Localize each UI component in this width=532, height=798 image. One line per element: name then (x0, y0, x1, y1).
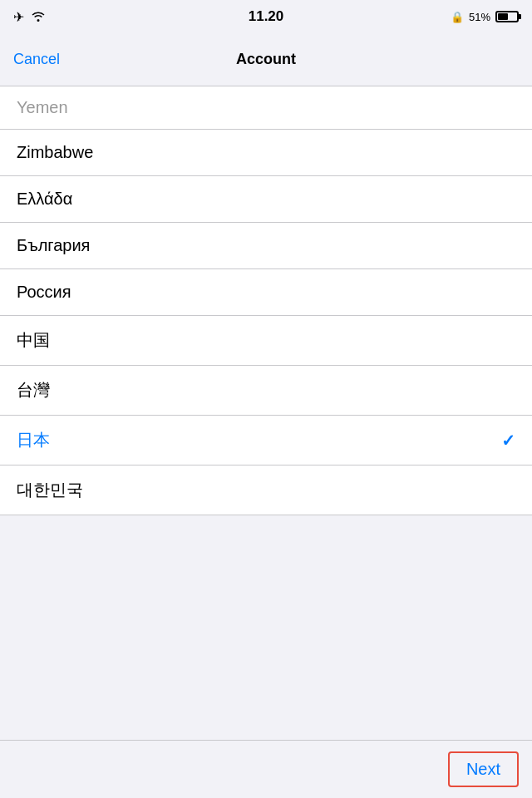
country-label-china: 中国 (17, 329, 50, 352)
status-right-icons: 🔒 51% (451, 11, 519, 23)
cancel-button[interactable]: Cancel (13, 51, 60, 68)
country-label-japan: 日本 (17, 429, 50, 451)
country-label-korea: 대한민국 (17, 479, 83, 501)
list-item-japan[interactable]: 日本 ✓ (0, 416, 532, 466)
partial-item-label: Yemen (17, 98, 68, 116)
country-label-zimbabwe: Zimbabwe (17, 143, 93, 162)
next-button[interactable]: Next (448, 751, 519, 787)
list-item-china[interactable]: 中国 (0, 316, 532, 366)
country-list: Zimbabwe Ελλάδα България Россия 中国 台灣 日本… (0, 130, 532, 515)
page-title: Account (236, 51, 296, 68)
bottom-bar: Next (0, 740, 532, 798)
wifi-icon (31, 10, 46, 24)
nav-bar: Cancel Account (0, 33, 532, 86)
country-label-taiwan: 台灣 (17, 379, 50, 401)
list-item-partial-yemen: Yemen (0, 86, 532, 130)
list-item-taiwan[interactable]: 台灣 (0, 366, 532, 416)
list-item-zimbabwe[interactable]: Zimbabwe (0, 130, 532, 176)
battery-icon (495, 11, 519, 22)
list-item-russia[interactable]: Россия (0, 269, 532, 316)
status-bar: ✈ 11.20 🔒 51% (0, 0, 532, 33)
airplane-icon: ✈ (13, 9, 24, 25)
lock-icon: 🔒 (451, 11, 464, 23)
status-time: 11.20 (249, 8, 284, 25)
battery-percentage: 51% (469, 11, 490, 23)
list-item-korea[interactable]: 대한민국 (0, 466, 532, 515)
list-item-bulgaria[interactable]: България (0, 223, 532, 269)
status-left-icons: ✈ (13, 9, 46, 25)
country-label-greece: Ελλάδα (17, 190, 72, 209)
country-label-russia: Россия (17, 283, 71, 302)
country-label-bulgaria: България (17, 236, 90, 255)
checkmark-icon: ✓ (501, 431, 515, 451)
list-item-greece[interactable]: Ελλάδα (0, 176, 532, 223)
